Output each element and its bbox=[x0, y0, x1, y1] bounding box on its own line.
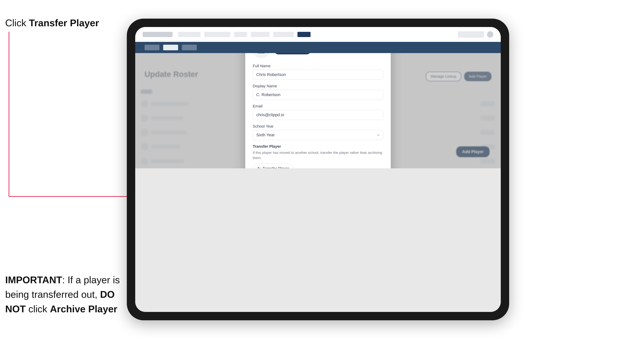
transfer-player-button[interactable]: ↻ Transfer Player bbox=[253, 164, 294, 169]
email-label: Email bbox=[253, 104, 383, 108]
app-chrome: Update Roster Manage Lineup Add Player bbox=[135, 27, 501, 312]
email-group: Email bbox=[253, 104, 383, 120]
instruction-bottom: IMPORTANT: If a player is being transfer… bbox=[5, 273, 121, 316]
header-avatar bbox=[487, 31, 493, 38]
transfer-description: If this player has moved to another scho… bbox=[253, 150, 383, 161]
sub-nav bbox=[135, 42, 501, 53]
sub-nav-item-3 bbox=[182, 45, 197, 50]
display-name-group: Display Name bbox=[253, 84, 383, 100]
sub-nav-item-1 bbox=[144, 45, 160, 50]
app-header-right bbox=[458, 31, 493, 38]
app-logo bbox=[143, 32, 172, 37]
full-name-group: Full Name bbox=[253, 64, 383, 80]
school-year-label: School Year bbox=[253, 124, 383, 129]
archive-label: Archive Player bbox=[50, 304, 117, 314]
important-label: IMPORTANT bbox=[5, 275, 62, 285]
main-content: Update Roster Manage Lineup Add Player bbox=[135, 53, 501, 168]
modal-body: 👤 Upload Photo Full Name bbox=[245, 53, 391, 168]
instruction-top: Click Transfer Player bbox=[5, 17, 99, 29]
photo-upload-row: 👤 Upload Photo bbox=[253, 53, 383, 58]
nav-item-tournaments bbox=[204, 32, 230, 37]
display-name-label: Display Name bbox=[253, 84, 383, 88]
transfer-icon: ↻ bbox=[258, 166, 260, 169]
upload-photo-button[interactable]: Upload Photo bbox=[274, 53, 311, 54]
email-input[interactable] bbox=[253, 110, 383, 120]
instruction-bold: Transfer Player bbox=[29, 17, 99, 28]
sub-nav-item-2 bbox=[163, 45, 178, 50]
transfer-section-label: Transfer Player bbox=[253, 144, 383, 149]
display-name-input[interactable] bbox=[253, 90, 383, 100]
instruction-prefix: Click bbox=[5, 17, 29, 28]
tablet-device: Update Roster Manage Lineup Add Player bbox=[127, 19, 509, 320]
app-header bbox=[135, 27, 501, 42]
instruction-text3: click bbox=[26, 304, 50, 314]
header-btn-1 bbox=[458, 31, 484, 38]
nav-item-schedule bbox=[251, 32, 270, 37]
app-nav bbox=[178, 32, 452, 37]
nav-item-teams bbox=[234, 32, 247, 37]
avatar-circle: 👤 bbox=[253, 53, 270, 58]
nav-item-stat bbox=[273, 32, 294, 37]
modal-overlay: Player Details × 👤 Upload Photo bbox=[135, 53, 501, 168]
full-name-label: Full Name bbox=[253, 64, 383, 68]
transfer-btn-label: Transfer Player bbox=[262, 166, 289, 169]
player-details-modal: Player Details × 👤 Upload Photo bbox=[245, 53, 391, 168]
avatar-icon: 👤 bbox=[256, 53, 266, 54]
nav-item-roster bbox=[298, 32, 310, 37]
full-name-input[interactable] bbox=[253, 70, 383, 80]
tablet-screen: Update Roster Manage Lineup Add Player bbox=[135, 27, 501, 312]
school-year-group: School Year First Year Second Year Third… bbox=[253, 124, 383, 140]
school-year-select[interactable]: First Year Second Year Third Year Fourth… bbox=[253, 130, 383, 140]
nav-item-dashboard bbox=[178, 32, 200, 37]
transfer-section: Transfer Player If this player has moved… bbox=[253, 144, 383, 169]
